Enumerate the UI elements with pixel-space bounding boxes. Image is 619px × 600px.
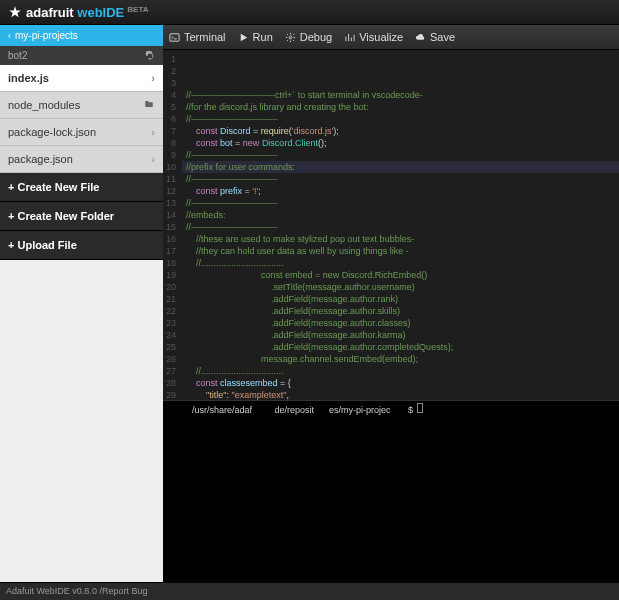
folder-header[interactable]: bot2 xyxy=(0,46,163,65)
terminal-icon xyxy=(169,32,180,43)
file-item[interactable]: package.json› xyxy=(0,146,163,173)
file-item[interactable]: node_modules xyxy=(0,92,163,119)
file-name: node_modules xyxy=(8,99,80,111)
toolbar: Terminal Run Debug Visualize Save xyxy=(163,25,619,50)
run-button[interactable]: Run xyxy=(238,31,273,43)
status-bar: Adafuit WebIDE v0.8.0 /Report Bug xyxy=(0,582,619,600)
action-button[interactable]: + Upload File xyxy=(0,231,163,260)
save-button[interactable]: Save xyxy=(415,31,455,43)
play-icon xyxy=(238,32,249,43)
file-list: index.js›node_modulespackage-lock.json›p… xyxy=(0,65,163,173)
folder-name: bot2 xyxy=(8,50,27,61)
chevron-left-icon: ‹ xyxy=(8,31,11,41)
refresh-icon[interactable] xyxy=(145,51,155,61)
app-header: adafruit webIDEBETA xyxy=(0,0,619,25)
file-name: package-lock.json xyxy=(8,126,96,138)
main-area: ‹ my-pi-projects bot2 index.js›node_modu… xyxy=(0,25,619,600)
svg-rect-0 xyxy=(170,33,179,40)
breadcrumb[interactable]: ‹ my-pi-projects xyxy=(0,25,163,46)
code-content[interactable]: //----------------------------ctrl+` to … xyxy=(182,50,619,400)
folder-icon xyxy=(143,99,155,111)
gear-icon xyxy=(285,32,296,43)
code-editor[interactable]: 1 2 3 4 5 6 7 8 9 10 11 12 13 14 15 16 1… xyxy=(163,50,619,400)
line-gutter: 1 2 3 4 5 6 7 8 9 10 11 12 13 14 15 16 1… xyxy=(163,50,182,400)
chart-icon xyxy=(344,32,355,43)
terminal-button[interactable]: Terminal xyxy=(169,31,226,43)
status-text[interactable]: Adafuit WebIDE v0.8.0 /Report Bug xyxy=(6,586,147,596)
visualize-button[interactable]: Visualize xyxy=(344,31,403,43)
chevron-right-icon: › xyxy=(151,126,155,138)
terminal-panel[interactable]: /usr/share/adaf de/reposit es/my-pi-proj… xyxy=(163,400,619,600)
chevron-right-icon: › xyxy=(151,72,155,84)
action-button[interactable]: + Create New Folder xyxy=(0,202,163,231)
file-name: index.js xyxy=(8,72,49,84)
terminal-line: /usr/share/adaf de/reposit es/my-pi-proj… xyxy=(167,405,413,415)
chevron-right-icon: › xyxy=(151,153,155,165)
brand-name: adafruit webIDEBETA xyxy=(26,5,148,20)
svg-point-1 xyxy=(289,36,292,39)
terminal-cursor xyxy=(417,403,423,413)
adafruit-logo-icon xyxy=(8,5,22,19)
file-name: package.json xyxy=(8,153,73,165)
file-item[interactable]: index.js› xyxy=(0,65,163,92)
sidebar: ‹ my-pi-projects bot2 index.js›node_modu… xyxy=(0,25,163,600)
action-list: + Create New File+ Create New Folder+ Up… xyxy=(0,173,163,260)
breadcrumb-label: my-pi-projects xyxy=(15,30,78,41)
debug-button[interactable]: Debug xyxy=(285,31,332,43)
sidebar-empty xyxy=(0,260,163,600)
content-area: Terminal Run Debug Visualize Save 1 2 3 … xyxy=(163,25,619,600)
action-button[interactable]: + Create New File xyxy=(0,173,163,202)
file-item[interactable]: package-lock.json› xyxy=(0,119,163,146)
cloud-icon xyxy=(415,32,426,43)
